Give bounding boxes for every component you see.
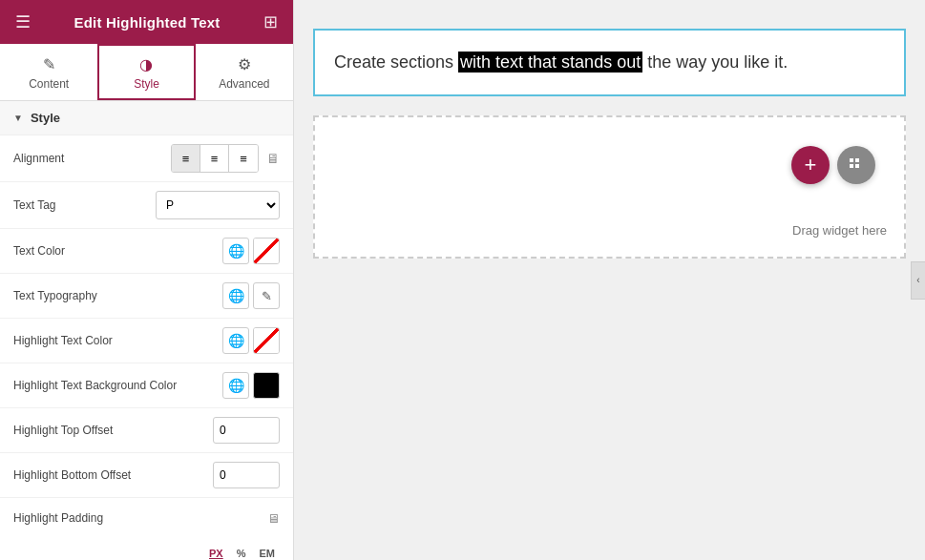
text-typography-label: Text Typography [13, 289, 222, 302]
tab-content[interactable]: ✎ Content [0, 44, 97, 100]
text-tag-select[interactable]: P [156, 191, 280, 219]
tab-style[interactable]: ◑ Style [97, 44, 195, 100]
highlight-bottom-offset-row: Highlight Bottom Offset [0, 453, 293, 498]
drop-zone[interactable]: + Drag widget here [313, 115, 906, 259]
panel-title: Edit Highlighted Text [74, 14, 220, 31]
alignment-label: Alignment [13, 152, 171, 165]
style-section-header[interactable]: ▼ Style [0, 101, 293, 135]
svg-rect-1 [855, 158, 859, 162]
highlight-bg-swatch[interactable] [253, 372, 280, 399]
text-typography-controls: 🌐 ✎ [222, 282, 280, 309]
panel-collapse-toggle[interactable]: ‹ [911, 261, 925, 300]
highlight-bottom-offset-label: Highlight Bottom Offset [13, 468, 213, 482]
padding-unit-row: PX % EM [0, 538, 293, 560]
text-color-controls: 🌐 [222, 238, 280, 264]
advanced-icon: ⚙ [238, 55, 251, 73]
right-area: Create sections with text that stands ou… [294, 0, 925, 560]
typography-edit-btn[interactable]: ✎ [253, 282, 280, 309]
tab-content-label: Content [29, 77, 69, 91]
typography-global-btn[interactable]: 🌐 [222, 282, 249, 309]
unit-em-btn[interactable]: EM [255, 546, 281, 560]
drag-label: Drag widget here [792, 223, 887, 238]
highlight-top-offset-label: Highlight Top Offset [13, 424, 213, 437]
grid-icon[interactable]: ⊞ [263, 11, 278, 32]
fab-add-btn[interactable]: + [791, 146, 830, 184]
tabs-bar: ✎ Content ◑ Style ⚙ Advanced [0, 44, 293, 101]
unit-percent-btn[interactable]: % [232, 546, 251, 560]
text-tag-controls: P [156, 191, 280, 219]
highlight-bottom-offset-input[interactable] [213, 462, 280, 488]
svg-rect-3 [855, 164, 859, 168]
preview-highlighted-text: with text that stands out [458, 52, 642, 73]
highlight-text-color-label: Highlight Text Color [13, 334, 222, 347]
text-color-global-btn[interactable]: 🌐 [222, 238, 249, 264]
preview-normal-text-1: Create sections [334, 52, 458, 72]
preview-text: Create sections with text that stands ou… [334, 50, 885, 75]
tab-advanced-label: Advanced [219, 77, 269, 91]
highlight-top-offset-controls [213, 417, 280, 444]
left-panel: ☰ Edit Highlighted Text ⊞ ✎ Content ◑ St… [0, 0, 294, 560]
text-preview-block: Create sections with text that stands ou… [313, 29, 906, 96]
highlight-padding-row: Highlight Padding 🖥 [0, 498, 293, 538]
panel-header: ☰ Edit Highlighted Text ⊞ [0, 0, 293, 44]
highlight-padding-icon: 🖥 [267, 511, 280, 526]
align-left-btn[interactable]: ≡ [172, 145, 200, 172]
panel-body: ▼ Style Alignment ≡ ≡ ≡ 🖥 Text Tag P [0, 101, 293, 560]
highlight-bg-global-btn[interactable]: 🌐 [222, 372, 249, 399]
text-tag-label: Text Tag [13, 198, 156, 212]
tab-style-label: Style [134, 77, 159, 91]
align-right-btn[interactable]: ≡ [229, 145, 258, 172]
canvas-area: Create sections with text that stands ou… [294, 0, 925, 560]
svg-rect-2 [850, 164, 853, 168]
preview-normal-text-2: the way you like it. [642, 52, 788, 72]
move-icon [848, 156, 865, 174]
align-center-btn[interactable]: ≡ [200, 145, 229, 172]
svg-rect-0 [850, 158, 853, 162]
highlight-top-offset-row: Highlight Top Offset [0, 408, 293, 453]
text-color-label: Text Color [13, 244, 222, 258]
responsive-icon: 🖥 [266, 151, 280, 166]
section-arrow: ▼ [13, 113, 23, 123]
unit-px-btn[interactable]: PX [204, 546, 228, 560]
highlight-bg-color-row: Highlight Text Background Color 🌐 [0, 363, 293, 408]
style-icon: ◑ [139, 55, 153, 73]
highlight-text-color-row: Highlight Text Color 🌐 [0, 319, 293, 363]
text-color-row: Text Color 🌐 [0, 229, 293, 274]
responsive-padding-icon: 🖥 [267, 511, 280, 526]
fab-move-btn[interactable] [837, 146, 875, 184]
highlight-color-global-btn[interactable]: 🌐 [222, 327, 249, 354]
alignment-row: Alignment ≡ ≡ ≡ 🖥 [0, 135, 293, 182]
alignment-controls: ≡ ≡ ≡ 🖥 [171, 144, 280, 173]
hamburger-icon[interactable]: ☰ [15, 11, 31, 32]
highlight-text-color-controls: 🌐 [222, 327, 280, 354]
highlight-padding-label: Highlight Padding [13, 511, 267, 525]
highlight-bg-color-label: Highlight Text Background Color [13, 379, 222, 392]
highlight-top-offset-input[interactable] [213, 417, 280, 444]
text-tag-row: Text Tag P [0, 182, 293, 229]
highlight-bottom-offset-controls [213, 462, 280, 488]
align-group: ≡ ≡ ≡ [171, 144, 259, 173]
content-icon: ✎ [43, 55, 55, 73]
section-label: Style [31, 111, 60, 125]
text-typography-row: Text Typography 🌐 ✎ [0, 274, 293, 319]
highlight-bg-color-controls: 🌐 [222, 372, 280, 399]
text-color-swatch[interactable] [253, 238, 280, 264]
fab-group: + [791, 146, 875, 184]
tab-advanced[interactable]: ⚙ Advanced [196, 44, 293, 100]
highlight-color-swatch[interactable] [253, 327, 280, 354]
